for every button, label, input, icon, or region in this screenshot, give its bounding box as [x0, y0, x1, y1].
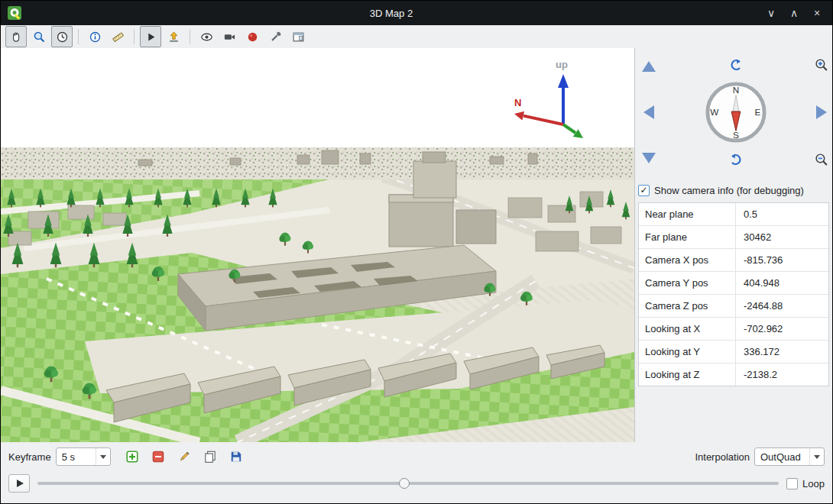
camera-info-checkbox[interactable]: ✓ — [638, 185, 650, 196]
table-row: Camera X pos -815.736 — [639, 249, 828, 272]
minimize-icon[interactable]: ∨ — [760, 4, 782, 22]
rotate-ccw-icon — [728, 57, 744, 73]
navigation-pad: N E S W — [638, 48, 829, 179]
play-icon — [144, 31, 157, 44]
animation-clock-tool-button[interactable] — [51, 26, 73, 47]
configure-tool-button[interactable] — [264, 26, 286, 47]
measure-ruler-icon — [112, 31, 125, 44]
rotate-ccw-button[interactable] — [728, 57, 744, 73]
camera-panel: N E S W — [634, 48, 832, 442]
zoom-in-button[interactable] — [815, 58, 828, 72]
loop-label: Loop — [802, 478, 825, 489]
toolbar-separator — [134, 29, 135, 44]
visibility-tool-button[interactable] — [196, 26, 217, 47]
move-left-button[interactable] — [643, 105, 654, 119]
pan-hand-icon — [10, 31, 23, 44]
toolbar — [1, 25, 832, 48]
row-value: 30462 — [736, 226, 771, 248]
video-camera-icon — [223, 31, 236, 44]
keyframe-select[interactable]: 5 s — [56, 447, 111, 466]
chevron-down-icon — [96, 448, 110, 465]
loop-checkbox-row[interactable]: Loop — [786, 478, 825, 489]
red-sphere-icon — [246, 31, 259, 44]
measure-tool-button[interactable] — [107, 26, 128, 47]
zoom-full-icon — [33, 31, 46, 44]
toolbar-separator — [190, 29, 190, 44]
panel-window-icon — [292, 31, 305, 44]
row-value: 0.5 — [736, 203, 757, 225]
move-right-button[interactable] — [816, 105, 827, 119]
save-animation-button[interactable] — [225, 446, 247, 467]
camera-info-table: Near plane 0.5 Far plane 30462 Camera X … — [638, 202, 829, 386]
identify-tool-button[interactable] — [84, 26, 105, 47]
save-floppy-icon — [229, 450, 243, 464]
add-keyframe-button[interactable] — [122, 446, 143, 467]
interpolation-select-value: OutQuad — [755, 451, 809, 463]
zoom-out-button[interactable] — [815, 153, 828, 166]
close-icon[interactable]: × — [806, 4, 828, 22]
eye-icon — [200, 31, 213, 44]
export-up-arrow-icon — [167, 31, 180, 44]
row-label: Camera X pos — [639, 249, 736, 271]
axis-arrows-icon — [496, 60, 591, 146]
dock-panel-tool-button[interactable] — [287, 26, 309, 47]
camera-tool-button[interactable] — [219, 26, 240, 47]
3d-viewport[interactable]: up N — [1, 48, 634, 442]
keyframe-select-value: 5 s — [57, 451, 96, 463]
table-row: Camera Z pos -2464.88 — [639, 295, 828, 318]
table-row: Looking at X -702.962 — [639, 318, 828, 341]
keyframe-bar: Keyframe 5 s — [1, 442, 832, 471]
play-icon — [17, 480, 24, 487]
window-controls: ∨ ∧ × — [760, 4, 828, 22]
zoom-in-icon — [815, 58, 828, 72]
duplicate-keyframe-button[interactable] — [199, 446, 221, 467]
interpolation-select[interactable]: OutQuad — [754, 447, 825, 466]
qgis-logo-icon[interactable] — [7, 5, 22, 21]
main-area: up N — [1, 48, 832, 442]
pencil-icon — [177, 450, 191, 464]
camera-info-checkbox-row[interactable]: ✓ Show camera info (for debugging) — [638, 181, 829, 199]
qgis-3d-map-window: 3D Map 2 ∨ ∧ × — [0, 0, 833, 504]
table-row: Looking at Y 336.172 — [639, 341, 828, 363]
interpolation-label: Interpolation — [695, 451, 750, 463]
play-button[interactable] — [8, 474, 30, 493]
up-arrow-icon — [642, 61, 656, 72]
zoom-full-tool-button[interactable] — [28, 26, 50, 47]
row-label: Camera Z pos — [639, 295, 736, 317]
camera-info-checkbox-label: Show camera info (for debugging) — [654, 185, 804, 196]
edit-keyframe-button[interactable] — [173, 446, 195, 467]
row-value: -2464.88 — [736, 295, 783, 317]
wrench-icon — [269, 31, 282, 44]
export-scene-tool-button[interactable] — [163, 26, 184, 47]
camera-pan-tool-button[interactable] — [5, 26, 27, 47]
toolbar-separator — [78, 29, 79, 44]
play-animation-tool-button[interactable] — [140, 26, 161, 47]
compass-east-label: E — [754, 107, 760, 117]
loop-checkbox[interactable] — [786, 478, 798, 489]
timeline-slider[interactable] — [37, 476, 779, 491]
shadow-tool-button[interactable] — [241, 26, 263, 47]
table-row: Far plane 30462 — [639, 226, 828, 249]
window-title: 3D Map 2 — [22, 8, 760, 19]
zoom-out-icon — [815, 153, 828, 166]
rotate-cw-icon — [728, 152, 744, 167]
maximize-icon[interactable]: ∧ — [783, 4, 805, 22]
compass-widget[interactable]: N E S W — [704, 80, 768, 144]
row-label: Looking at X — [639, 318, 736, 340]
row-label: Far plane — [639, 226, 736, 248]
move-up-button[interactable] — [642, 61, 656, 72]
remove-minus-icon — [151, 450, 165, 464]
table-row: Looking at Z -2138.2 — [639, 363, 828, 386]
remove-keyframe-button[interactable] — [147, 446, 169, 467]
row-label: Camera Y pos — [639, 272, 736, 294]
rotate-cw-button[interactable] — [728, 152, 744, 167]
keyframe-label: Keyframe — [8, 451, 51, 463]
compass-south-label: S — [733, 130, 739, 140]
compass-icon: N E S W — [704, 80, 768, 144]
move-down-button[interactable] — [642, 153, 656, 163]
left-arrow-icon — [643, 105, 654, 119]
timeline-slider-handle[interactable] — [399, 478, 410, 489]
table-row: Camera Y pos 404.948 — [639, 272, 828, 295]
table-row: Near plane 0.5 — [639, 203, 828, 226]
axis-gizmo: up N — [496, 60, 591, 146]
